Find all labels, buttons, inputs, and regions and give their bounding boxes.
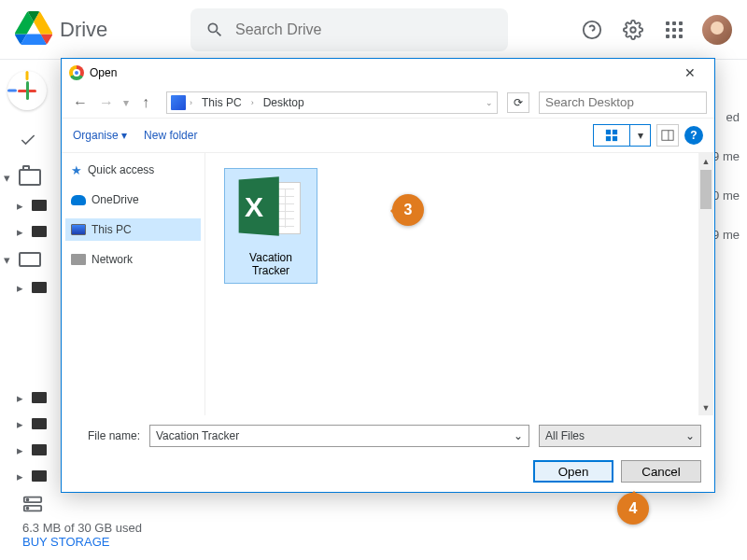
help-icon[interactable] bbox=[579, 17, 605, 43]
view-dropdown[interactable]: ▾ bbox=[630, 124, 651, 147]
svg-point-5 bbox=[27, 508, 29, 510]
dialog-search-input[interactable] bbox=[539, 91, 707, 114]
new-button[interactable] bbox=[7, 71, 47, 110]
tree-onedrive[interactable]: OneDrive bbox=[65, 189, 201, 211]
preview-pane-button[interactable] bbox=[656, 124, 679, 147]
user-avatar[interactable] bbox=[702, 15, 732, 45]
file-label: Vacation Tracker bbox=[231, 251, 311, 277]
apps-icon[interactable] bbox=[661, 17, 687, 43]
address-bar[interactable]: › This PC › Desktop ⌄ bbox=[166, 91, 498, 114]
search-icon bbox=[205, 21, 224, 39]
callout-3: 3 bbox=[392, 194, 424, 226]
excel-file-icon: X bbox=[235, 175, 306, 245]
row-hint: 9 me bbox=[712, 149, 740, 163]
svg-rect-10 bbox=[662, 131, 673, 141]
dialog-help-button[interactable]: ? bbox=[684, 126, 703, 145]
pc-icon bbox=[71, 224, 86, 235]
breadcrumb-item[interactable]: Desktop bbox=[258, 96, 310, 109]
scroll-up-icon[interactable]: ▲ bbox=[698, 153, 713, 169]
dialog-toolbar: Organise ▾ New folder ▾ ? bbox=[62, 119, 714, 152]
folder-item[interactable]: ▸ bbox=[0, 437, 56, 463]
onedrive-icon bbox=[71, 195, 86, 205]
svg-point-4 bbox=[27, 499, 29, 501]
folder-item[interactable]: ▸ bbox=[0, 192, 56, 218]
dialog-titlebar: Open ✕ bbox=[62, 59, 714, 87]
drive-logo[interactable]: Drive bbox=[15, 9, 183, 49]
drive-search-bar[interactable] bbox=[190, 8, 508, 51]
folder-item[interactable]: ▸ bbox=[0, 411, 56, 437]
tree-this-pc[interactable]: This PC bbox=[65, 218, 201, 241]
drive-logo-text: Drive bbox=[60, 18, 107, 42]
pc-icon bbox=[171, 95, 186, 110]
star-icon: ★ bbox=[71, 163, 82, 177]
svg-rect-8 bbox=[606, 136, 611, 141]
svg-point-1 bbox=[630, 27, 636, 33]
folder-item[interactable]: ▸ bbox=[0, 385, 56, 411]
svg-rect-7 bbox=[613, 130, 617, 134]
file-item-vacation-tracker[interactable]: X Vacation Tracker bbox=[224, 168, 317, 284]
tree-quick-access[interactable]: ★Quick access bbox=[65, 159, 201, 181]
chevron-down-icon[interactable]: ⌄ bbox=[486, 98, 493, 107]
chrome-icon bbox=[69, 65, 84, 80]
dialog-title: Open bbox=[90, 66, 673, 79]
drive-header: Drive bbox=[0, 0, 747, 60]
callout-4: 4 bbox=[617, 493, 649, 525]
back-button[interactable]: ← bbox=[69, 91, 92, 114]
row-hint: ed bbox=[726, 110, 740, 124]
refresh-button[interactable]: ⟳ bbox=[507, 92, 529, 113]
folder-item[interactable]: ▸ bbox=[0, 218, 56, 245]
cancel-button[interactable]: Cancel bbox=[621, 460, 701, 483]
chevron-down-icon[interactable]: ⌄ bbox=[514, 429, 523, 442]
dialog-nav: ← → ▾ ↑ › This PC › Desktop ⌄ ⟳ bbox=[62, 87, 714, 119]
close-button[interactable]: ✕ bbox=[673, 60, 707, 86]
storage-text: 6.3 MB of 30 GB used bbox=[22, 521, 142, 535]
drive-logo-icon bbox=[15, 9, 52, 49]
svg-rect-6 bbox=[606, 130, 611, 134]
organise-menu[interactable]: Organise ▾ bbox=[73, 129, 127, 142]
file-type-filter[interactable]: All Files⌄ bbox=[539, 425, 701, 447]
new-folder-button[interactable]: New folder bbox=[144, 129, 197, 142]
file-name-label: File name: bbox=[75, 429, 140, 442]
file-name-input[interactable]: Vacation Tracker⌄ bbox=[149, 425, 529, 447]
network-icon bbox=[71, 254, 86, 265]
row-hint: 0 me bbox=[712, 189, 740, 203]
folder-item[interactable]: ▸ bbox=[0, 463, 56, 489]
dialog-footer: File name: Vacation Tracker⌄ All Files⌄ … bbox=[62, 415, 714, 492]
tree-network[interactable]: Network bbox=[65, 248, 201, 271]
dialog-file-area[interactable]: X Vacation Tracker ▲ ▼ bbox=[205, 153, 714, 415]
my-drive-item[interactable]: ▾ bbox=[0, 162, 56, 192]
chevron-down-icon: ⌄ bbox=[685, 429, 695, 442]
svg-rect-9 bbox=[613, 136, 617, 141]
scrollbar[interactable]: ▲ ▼ bbox=[698, 153, 713, 415]
folder-item[interactable]: ▸ bbox=[0, 274, 56, 301]
computers-item[interactable]: ▾ bbox=[0, 245, 56, 274]
row-hint: 9 me bbox=[712, 228, 740, 242]
priority-icon[interactable] bbox=[9, 121, 47, 159]
open-button[interactable]: Open bbox=[533, 460, 613, 483]
up-button[interactable]: ↑ bbox=[134, 91, 157, 114]
forward-button[interactable]: → bbox=[95, 91, 118, 114]
drive-search-input[interactable] bbox=[235, 21, 493, 38]
breadcrumb-item[interactable]: This PC bbox=[196, 96, 247, 109]
storage-icon bbox=[22, 494, 43, 517]
scroll-down-icon[interactable]: ▼ bbox=[698, 399, 713, 415]
storage-info: 6.3 MB of 30 GB used BUY STORAGE bbox=[22, 521, 142, 549]
open-file-dialog: Open ✕ ← → ▾ ↑ › This PC › Desktop ⌄ ⟳ O… bbox=[61, 58, 715, 493]
dialog-tree: ★Quick access OneDrive This PC Network bbox=[62, 153, 205, 415]
view-mode-button[interactable] bbox=[593, 124, 630, 147]
drive-sidebar: ▾ ▸ ▸ ▾ ▸ ▸ ▸ ▸ ▸ bbox=[0, 60, 56, 560]
settings-icon[interactable] bbox=[620, 17, 646, 43]
buy-storage-link[interactable]: BUY STORAGE bbox=[22, 535, 142, 549]
